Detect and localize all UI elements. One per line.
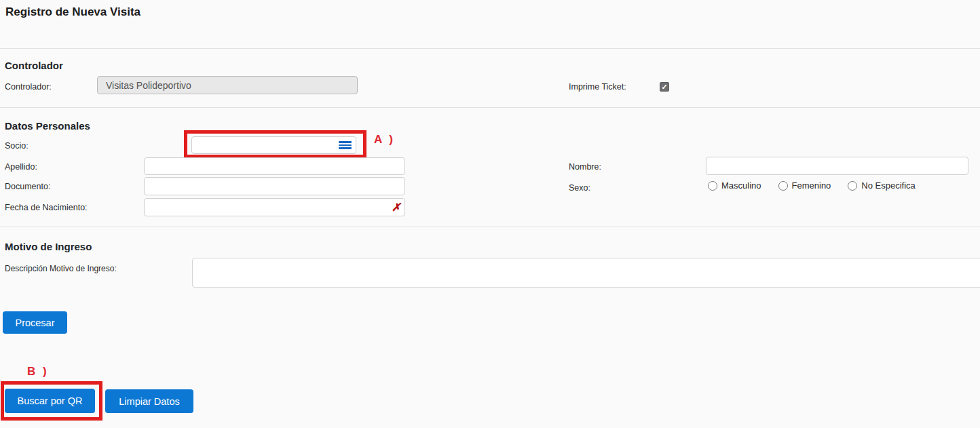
documento-input[interactable]: [144, 177, 405, 195]
socio-input[interactable]: [191, 136, 356, 154]
imprime-ticket-checkbox[interactable]: ✓: [660, 82, 669, 92]
sexo-radio-femenino[interactable]: Femenino: [778, 180, 831, 191]
radio-circle-icon: [778, 181, 788, 191]
controlador-label: Controlador:: [5, 82, 52, 92]
registro-nueva-visita-page: { "page": { "title": "Registro de Nueva …: [0, 0, 980, 428]
apellido-label: Apellido:: [5, 162, 37, 172]
fecha-nacimiento-input[interactable]: [144, 198, 405, 216]
radio-circle-icon: [708, 181, 717, 191]
page-title: Registro de Nueva Visita: [5, 5, 140, 19]
procesar-button[interactable]: Procesar: [3, 311, 67, 334]
sexo-option-label: Masculino: [721, 180, 761, 191]
datos-personales-section-heading: Datos Personales: [5, 120, 90, 132]
checkmark-icon: ✓: [661, 83, 667, 92]
imprime-ticket-label: Imprime Ticket:: [569, 82, 626, 92]
documento-label: Documento:: [5, 182, 50, 191]
divider-under-title: [0, 48, 980, 49]
radio-circle-icon: [848, 181, 857, 191]
apellido-input[interactable]: [144, 157, 405, 175]
nombre-input[interactable]: [706, 157, 968, 175]
fecha-clear-x-icon[interactable]: ✗: [392, 201, 400, 214]
fecha-nacimiento-label: Fecha de Nacimiento:: [5, 203, 88, 212]
controlador-input: [97, 76, 358, 94]
limpiar-datos-button[interactable]: Limpiar Datos: [105, 389, 193, 413]
sexo-option-label: Femenino: [792, 180, 831, 191]
buscar-por-qr-button[interactable]: Buscar por QR: [5, 389, 95, 413]
divider-under-controlador: [0, 107, 980, 108]
divider-under-datos-personales: [0, 227, 980, 227]
controlador-section-heading: Controlador: [5, 60, 63, 71]
motivo-ingreso-section-heading: Motivo de Ingreso: [5, 241, 92, 252]
descripcion-motivo-label: Descripción Motivo de Ingreso:: [5, 264, 117, 273]
nombre-label: Nombre:: [569, 162, 601, 172]
socio-label: Socio:: [5, 141, 29, 151]
socio-lookup-menu-icon[interactable]: [339, 141, 352, 149]
sexo-radio-masculino[interactable]: Masculino: [708, 180, 761, 191]
sexo-option-label: No Especifica: [861, 180, 915, 191]
sexo-label: Sexo:: [569, 183, 590, 193]
sexo-radio-no-especifica[interactable]: No Especifica: [848, 180, 915, 191]
annotation-label-b: B ): [27, 365, 49, 378]
annotation-label-a: A ): [374, 133, 395, 147]
descripcion-motivo-textarea[interactable]: [192, 258, 980, 288]
